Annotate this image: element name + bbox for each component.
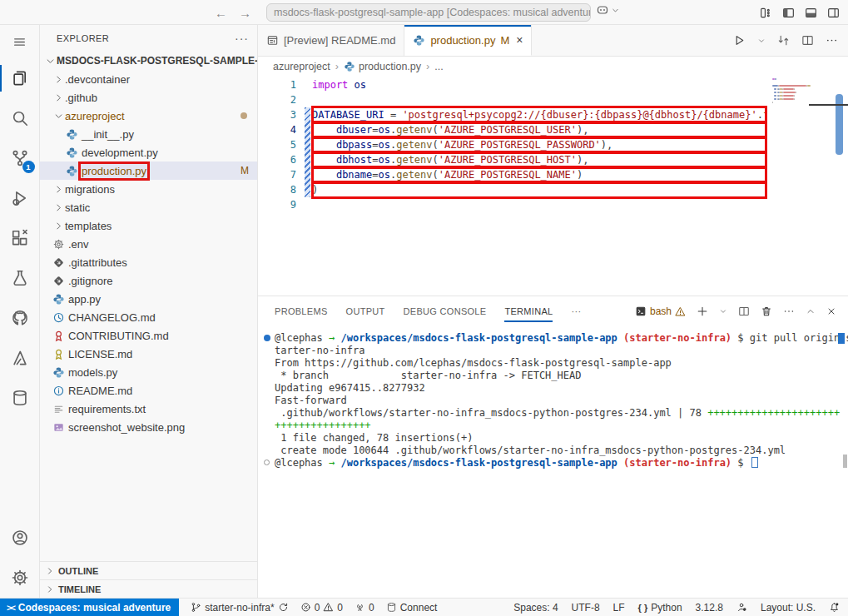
terminal-line-7: .github/workflows/starter-no-infra_msdoc… (275, 407, 848, 420)
kill-terminal-icon[interactable] (761, 306, 772, 317)
command-center[interactable]: msdocs-flask-postgresql-sample-app [Code… (266, 3, 591, 22)
statusbar-encoding[interactable]: UTF-8 (572, 602, 600, 614)
back-icon[interactable]: ← (215, 6, 227, 20)
open-changes-icon[interactable] (777, 34, 790, 47)
command-decoration-pending[interactable] (264, 460, 270, 465)
activitybar-accounts[interactable] (0, 518, 40, 558)
tab-label: [Preview] README.md (284, 34, 395, 47)
remote-indicator[interactable]: >< Codespaces: musical adventure (0, 599, 179, 616)
sidebar-section-outline[interactable]: OUTLINE (40, 561, 257, 579)
panel-tab-output[interactable]: OUTPUT (346, 296, 385, 326)
panel-tab-debug-console[interactable]: DEBUG CONSOLE (404, 296, 487, 326)
run-dropdown-chevron-icon[interactable] (757, 37, 766, 45)
statusbar-notifications[interactable] (829, 602, 840, 613)
tree-item--github[interactable]: .github (40, 88, 257, 107)
activitybar-explorer[interactable] (0, 58, 40, 98)
activitybar-menu-icon[interactable] (0, 25, 40, 58)
panel-tab-problems[interactable]: PROBLEMS (275, 296, 328, 326)
error-icon (300, 602, 311, 613)
statusbar-branch[interactable]: starter-no-infra* (191, 602, 288, 614)
tree-item-license-md[interactable]: LICENSE.md (40, 345, 257, 363)
breadcrumb-item[interactable]: production.py (344, 61, 421, 72)
close-panel-icon[interactable] (826, 306, 836, 316)
maximize-panel-icon[interactable] (806, 306, 816, 316)
statusbar-python-version[interactable]: 3.12.8 (696, 602, 723, 614)
tree-item--devcontainer[interactable]: .devcontainer (40, 70, 257, 88)
terminal-dropdown-chevron-icon[interactable] (719, 307, 727, 315)
close-tab-icon[interactable]: × (516, 33, 523, 47)
activitybar-testing[interactable] (0, 258, 40, 298)
statusbar-indentation[interactable]: Spaces: 4 (513, 602, 558, 614)
minimap[interactable] (772, 78, 836, 128)
activitybar-search[interactable] (0, 98, 40, 138)
tree-item-screenshot-website-png[interactable]: screenshot_website.png (40, 418, 257, 436)
terminal-shell-item[interactable]: bash (635, 306, 686, 317)
statusbar-keyboard-layout[interactable]: Layout: U.S. (761, 602, 816, 614)
run-button[interactable] (733, 34, 746, 47)
forward-icon[interactable]: → (239, 6, 251, 20)
tree-item-changelog-md[interactable]: CHANGELOG.md (40, 308, 257, 326)
tree-item-label: .env (68, 238, 89, 251)
panel-tab-terminal[interactable]: TERMINAL (504, 296, 553, 326)
statusbar-eol[interactable]: LF (613, 602, 625, 614)
tree-item-production-py[interactable]: production.pyM (40, 161, 257, 180)
tree-item-development-py[interactable]: development.py (40, 143, 257, 161)
tab-production-py[interactable]: production.pyM× (404, 25, 532, 56)
breadcrumb-separator: › (426, 61, 429, 72)
explorer-more-actions-icon[interactable]: ··· (235, 32, 249, 45)
sidebar-section-timeline[interactable]: TIMELINE (40, 579, 257, 598)
tree-item--env[interactable]: .env (40, 235, 257, 253)
tree-item--gitattributes[interactable]: .gitattributes (40, 253, 257, 271)
tab--preview-readme-md[interactable]: [Preview] README.md (258, 25, 404, 56)
tree-item-contributing-md[interactable]: CONTRIBUTING.md (40, 326, 257, 345)
activitybar-azure[interactable] (0, 338, 40, 378)
activitybar-github[interactable] (0, 298, 40, 338)
terminal-line-8: ++++++++++++++++ (275, 420, 848, 432)
new-terminal-icon[interactable] (697, 306, 708, 317)
activitybar-source-control[interactable]: 1 (0, 138, 40, 178)
activitybar-extensions[interactable] (0, 218, 40, 258)
statusbar-language-mode[interactable]: { }Python (638, 602, 682, 614)
code-editor[interactable]: 123456789 import os DATABASE_URI = 'post… (258, 77, 848, 296)
section-label: TIMELINE (58, 584, 101, 594)
toggle-sidebar-icon[interactable] (782, 7, 795, 19)
copilot-icon[interactable] (596, 3, 609, 17)
statusbar-python-env[interactable] (736, 602, 747, 613)
breadcrumb-item[interactable]: ... (434, 61, 443, 72)
tree-item-app-py[interactable]: app.py (40, 290, 257, 308)
breadcrumb[interactable]: azureproject›production.py›... (258, 57, 848, 77)
tree-item-migrations[interactable]: migrations (40, 180, 257, 198)
tree-item-models-py[interactable]: models.py (40, 363, 257, 381)
terminal-scrollbar-thumb[interactable] (843, 455, 847, 468)
statusbar-problems[interactable]: 00 (300, 602, 343, 614)
tree-item-static[interactable]: static (40, 198, 257, 216)
panel-tab--[interactable]: ··· (571, 296, 581, 326)
tree-item--gitignore[interactable]: .gitignore (40, 271, 257, 290)
chevron-right-icon (52, 91, 65, 104)
tree-item-requirements-txt[interactable]: requirements.txt (40, 400, 257, 418)
editor-scrollbar[interactable] (836, 94, 843, 155)
tree-item-msdocs-flask-postgresql-sample-[interactable]: MSDOCS-FLASK-POSTGRESQL-SAMPLE-... (40, 52, 257, 70)
command-decoration-run[interactable] (264, 335, 270, 341)
tree-item--init-py[interactable]: __init__.py (40, 125, 257, 143)
customize-layout-icon[interactable] (760, 7, 772, 19)
terminal[interactable]: @lcephas → /workspaces/msdocs-flask-post… (258, 326, 848, 598)
editor-more-actions-icon[interactable] (826, 34, 838, 47)
panel-more-actions-icon[interactable] (783, 306, 795, 317)
copilot-chevron-icon[interactable] (611, 6, 620, 15)
statusbar-ports[interactable]: 0 (355, 602, 374, 614)
activitybar-database[interactable] (0, 378, 40, 418)
statusbar-connect[interactable]: Connect (386, 602, 438, 614)
statusbar-label: Layout: U.S. (761, 602, 816, 614)
breadcrumb-item[interactable]: azureproject (273, 61, 330, 72)
toggle-panel-icon[interactable] (805, 7, 817, 19)
tree-item-azureproject[interactable]: azureproject (40, 107, 257, 125)
tree-item-readme-md[interactable]: README.md (40, 381, 257, 400)
activitybar-run-debug[interactable] (0, 178, 40, 218)
split-terminal-icon[interactable] (738, 306, 750, 317)
activitybar-settings[interactable] (0, 558, 40, 598)
tree-item-templates[interactable]: templates (40, 216, 257, 235)
toggle-secondary-sidebar-icon[interactable] (827, 7, 840, 19)
tree-item-label: MSDOCS-FLASK-POSTGRESQL-SAMPLE-... (57, 55, 257, 67)
split-editor-icon[interactable] (801, 34, 814, 47)
